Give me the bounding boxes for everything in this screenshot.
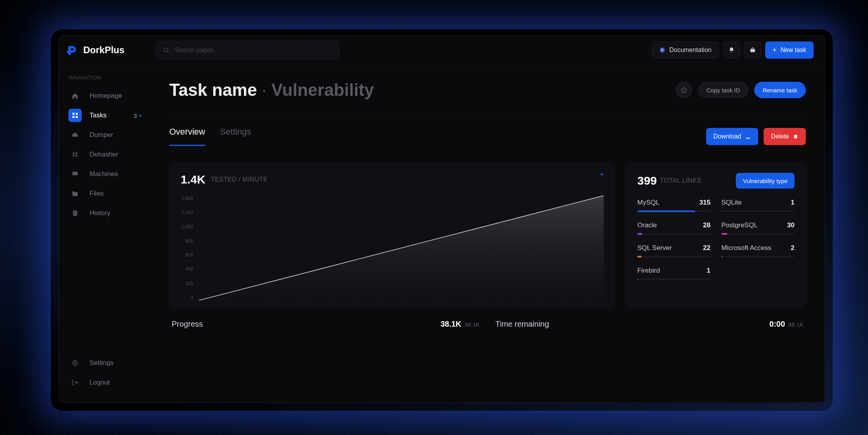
link-row: Oracle28 — [637, 221, 710, 235]
link-row: PostgreSQL30 — [721, 221, 794, 235]
sidebar-item-dehasher[interactable]: Dehasher — [63, 145, 147, 164]
chart-y-axis: 1,4001,2001,0008006004002000 — [181, 196, 199, 300]
sidebar-item-dumper[interactable]: Dumper — [63, 125, 147, 145]
page-header: Task name · Vulnerability Copy task ID R… — [169, 65, 806, 113]
link-bar-fill — [637, 210, 695, 212]
links-label: TOTAL LINKS — [660, 177, 701, 184]
delete-button[interactable]: Delete — [764, 128, 806, 145]
progress-small: 38.1K — [464, 321, 480, 328]
time-remaining-small: 38.1K — [788, 321, 803, 328]
link-bar-fill — [721, 256, 722, 257]
download-button[interactable]: Download — [706, 128, 758, 145]
progress-value: 38.1K — [440, 320, 461, 328]
grid-icon — [72, 112, 79, 119]
task-subtitle: Vulnerability — [271, 80, 374, 99]
time-remaining-label: Time remaining — [495, 320, 549, 329]
progress-label: Progress — [172, 320, 203, 329]
link-bar-fill — [637, 256, 642, 257]
link-count: 22 — [703, 244, 710, 252]
main-content: Task name · Vulnerability Copy task ID R… — [151, 65, 825, 403]
monitor-icon — [72, 171, 79, 178]
link-name: SQLite — [721, 199, 742, 207]
nav-section-label: NAVIGATION — [63, 75, 147, 86]
app-window: DorkPlus Documentation + New task — [59, 35, 825, 403]
link-name: Microsoft Access — [721, 244, 771, 252]
link-row: SQL Server22 — [637, 244, 710, 257]
sidebar-item-label: Settings — [90, 359, 113, 367]
link-name: Oracle — [637, 221, 657, 229]
bell-icon — [728, 47, 735, 53]
link-name: Firebird — [637, 267, 660, 275]
link-bar — [721, 210, 794, 212]
trash-icon — [793, 134, 798, 139]
tabs-row: Overview Settings Download Delete — [169, 113, 806, 146]
new-task-button[interactable]: + New task — [765, 41, 814, 59]
link-row: MySQL315 — [637, 199, 710, 212]
sidebar-item-machines[interactable]: Machines — [63, 164, 147, 184]
link-count: 30 — [787, 221, 794, 229]
search-icon — [163, 47, 169, 53]
link-row: SQLite1 — [721, 199, 794, 212]
y-tick: 1,200 — [181, 210, 193, 215]
link-bar — [637, 210, 710, 212]
link-count: 1 — [791, 199, 794, 207]
sidebar-item-files[interactable]: Files — [63, 184, 147, 203]
link-row: Firebird1 — [637, 267, 710, 280]
favorite-button[interactable] — [675, 81, 692, 99]
topbar: DorkPlus Documentation + New task — [59, 36, 825, 65]
rename-task-button[interactable]: Rename task — [754, 82, 806, 98]
sidebar-item-label: Machines — [90, 170, 118, 178]
copy-task-id-button[interactable]: Copy task ID — [698, 82, 749, 98]
progress-row: Progress 38.1K38.1K Time remaining 0:003… — [169, 320, 806, 329]
y-tick: 0 — [181, 295, 193, 300]
chevron-up-icon — [599, 171, 604, 177]
link-bar-fill — [721, 233, 727, 235]
link-bar-fill — [721, 210, 722, 212]
link-bar — [721, 256, 794, 257]
link-bar — [637, 233, 710, 235]
gear-icon — [72, 360, 79, 367]
briefcase-icon — [750, 47, 756, 53]
home-icon — [72, 92, 79, 99]
folder-icon — [72, 190, 79, 197]
search-bar[interactable] — [156, 41, 339, 59]
cloud-icon — [72, 131, 79, 138]
new-task-label: New task — [780, 47, 806, 54]
svg-rect-4 — [72, 113, 74, 115]
notifications-button[interactable] — [723, 41, 740, 59]
sidebar-item-label: Homepage — [90, 92, 122, 100]
link-count: 28 — [703, 221, 710, 229]
task-title: Task name — [169, 80, 257, 99]
sidebar-item-homepage[interactable]: Homepage — [63, 86, 147, 106]
download-icon — [745, 134, 751, 139]
svg-rect-7 — [76, 116, 78, 118]
rename-label: Rename task — [763, 87, 797, 93]
svg-rect-5 — [76, 113, 78, 115]
sidebar-item-label: Dehasher — [90, 151, 118, 158]
sidebar-item-logout[interactable]: Logout — [63, 373, 147, 392]
link-bar-fill — [637, 279, 638, 280]
documentation-button[interactable]: Documentation — [652, 41, 719, 59]
y-tick: 1,400 — [181, 196, 193, 201]
sidebar-item-label: Tasks — [90, 111, 106, 119]
vulnerability-type-button[interactable]: Vulnerability type — [736, 173, 794, 189]
tab-overview[interactable]: Overview — [169, 127, 205, 146]
link-row: Microsoft Access2 — [721, 244, 794, 257]
sidebar-item-history[interactable]: History — [63, 203, 147, 223]
svg-point-0 — [164, 48, 168, 51]
y-tick: 1,000 — [181, 224, 193, 230]
tested-per-minute-card: 1.4K TESTED / MINUTE 1,4001,2001,0008006… — [169, 162, 615, 309]
link-name: PostgreSQL — [721, 221, 758, 229]
tab-settings[interactable]: Settings — [220, 127, 251, 146]
sidebar-item-tasks[interactable]: Tasks 3 — [63, 106, 147, 125]
svg-rect-8 — [72, 172, 78, 175]
link-name: SQL Server — [637, 244, 672, 252]
svg-point-10 — [74, 362, 76, 364]
brand: DorkPlus — [66, 44, 124, 56]
sidebar-item-settings[interactable]: Settings — [63, 353, 147, 373]
search-input[interactable] — [175, 47, 332, 54]
link-bar-fill — [637, 233, 642, 235]
sidebar-item-label: Dumper — [90, 131, 113, 139]
account-button[interactable] — [744, 41, 761, 59]
chart-collapse-toggle[interactable] — [599, 171, 604, 178]
